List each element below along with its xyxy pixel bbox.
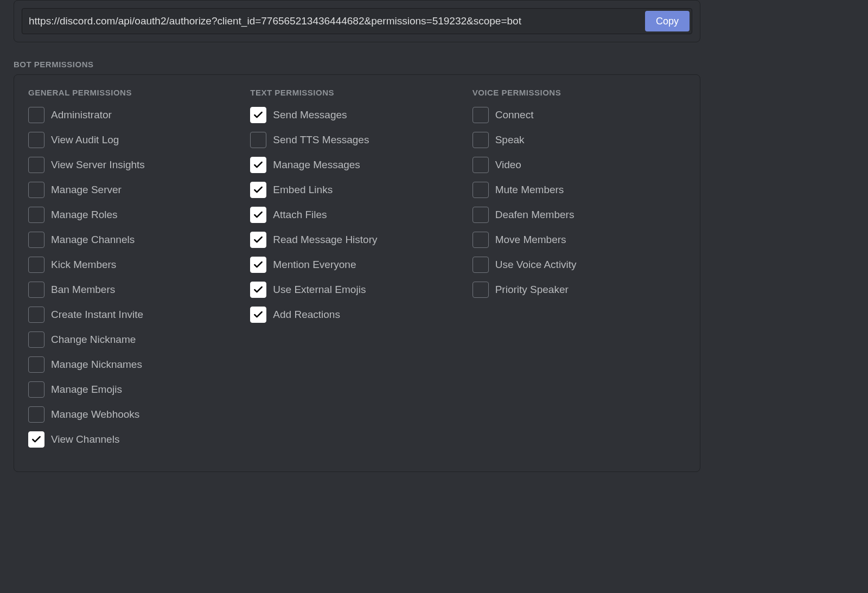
permission-label: Change Nickname: [51, 334, 136, 346]
permission-item[interactable]: Manage Channels: [28, 232, 241, 248]
bot-permissions-label: BOT PERMISSIONS: [14, 60, 714, 69]
permission-checkbox[interactable]: [473, 107, 489, 123]
permission-column-header: TEXT PERMISSIONS: [250, 88, 463, 97]
permission-checkbox[interactable]: [28, 232, 44, 248]
permission-item[interactable]: Change Nickname: [28, 331, 241, 348]
permission-label: Read Message History: [273, 234, 377, 246]
permission-label: Use External Emojis: [273, 284, 366, 296]
permission-item[interactable]: Add Reactions: [250, 307, 463, 323]
permission-label: Add Reactions: [273, 309, 340, 321]
permission-item[interactable]: Send Messages: [250, 107, 463, 123]
permission-item[interactable]: Use Voice Activity: [473, 257, 686, 273]
permission-item[interactable]: Connect: [473, 107, 686, 123]
permission-item[interactable]: Kick Members: [28, 257, 241, 273]
permission-item[interactable]: View Server Insights: [28, 157, 241, 173]
permission-checkbox[interactable]: [28, 307, 44, 323]
permission-label: Manage Emojis: [51, 384, 122, 396]
permission-label: Move Members: [495, 234, 566, 246]
permission-item[interactable]: Manage Messages: [250, 157, 463, 173]
permission-item[interactable]: Priority Speaker: [473, 282, 686, 298]
permission-item[interactable]: Manage Server: [28, 182, 241, 198]
permission-label: Manage Roles: [51, 209, 118, 221]
permission-item[interactable]: Ban Members: [28, 282, 241, 298]
permission-item[interactable]: Administrator: [28, 107, 241, 123]
permission-checkbox[interactable]: [28, 406, 44, 423]
permission-checkbox[interactable]: [28, 257, 44, 273]
permission-item[interactable]: View Audit Log: [28, 132, 241, 148]
permission-label: Use Voice Activity: [495, 259, 577, 271]
permission-label: View Channels: [51, 433, 119, 445]
permission-label: Manage Server: [51, 184, 122, 196]
permission-item[interactable]: Attach Files: [250, 207, 463, 223]
copy-button[interactable]: Copy: [645, 11, 690, 31]
permission-checkbox[interactable]: [28, 381, 44, 398]
permission-checkbox[interactable]: [473, 232, 489, 248]
permission-label: Attach Files: [273, 209, 327, 221]
permission-checkbox[interactable]: [28, 182, 44, 198]
permission-checkbox[interactable]: [473, 132, 489, 148]
permission-item[interactable]: Manage Webhooks: [28, 406, 241, 423]
permission-checkbox[interactable]: [250, 307, 266, 323]
permission-column: GENERAL PERMISSIONSAdministratorView Aud…: [28, 88, 241, 456]
permission-checkbox[interactable]: [250, 132, 266, 148]
url-container: Copy: [22, 8, 692, 34]
permission-checkbox[interactable]: [28, 282, 44, 298]
permission-checkbox[interactable]: [250, 107, 266, 123]
permission-label: Manage Nicknames: [51, 359, 142, 371]
permission-checkbox[interactable]: [473, 182, 489, 198]
permission-item[interactable]: Use External Emojis: [250, 282, 463, 298]
permission-checkbox[interactable]: [250, 257, 266, 273]
permission-label: Create Instant Invite: [51, 309, 143, 321]
permission-checkbox[interactable]: [28, 107, 44, 123]
permission-checkbox[interactable]: [250, 282, 266, 298]
permission-item[interactable]: Move Members: [473, 232, 686, 248]
permission-checkbox[interactable]: [28, 207, 44, 223]
permission-label: Deafen Members: [495, 209, 575, 221]
permission-item[interactable]: Video: [473, 157, 686, 173]
permission-column: VOICE PERMISSIONSConnectSpeakVideoMute M…: [473, 88, 686, 456]
permission-checkbox[interactable]: [28, 356, 44, 373]
permission-label: Embed Links: [273, 184, 333, 196]
permission-checkbox[interactable]: [250, 157, 266, 173]
permission-item[interactable]: Deafen Members: [473, 207, 686, 223]
permission-label: Mention Everyone: [273, 259, 356, 271]
permission-item[interactable]: Embed Links: [250, 182, 463, 198]
permission-label: Mute Members: [495, 184, 564, 196]
permission-label: Manage Webhooks: [51, 409, 139, 420]
permissions-grid: GENERAL PERMISSIONSAdministratorView Aud…: [28, 88, 686, 456]
permission-checkbox[interactable]: [250, 207, 266, 223]
permission-item[interactable]: Mute Members: [473, 182, 686, 198]
permission-item[interactable]: Create Instant Invite: [28, 307, 241, 323]
permission-checkbox[interactable]: [28, 157, 44, 173]
permission-column-header: VOICE PERMISSIONS: [473, 88, 686, 97]
permission-item[interactable]: Send TTS Messages: [250, 132, 463, 148]
permission-item[interactable]: Mention Everyone: [250, 257, 463, 273]
permission-item[interactable]: View Channels: [28, 431, 241, 448]
permission-column-header: GENERAL PERMISSIONS: [28, 88, 241, 97]
permission-label: Priority Speaker: [495, 284, 569, 296]
permission-checkbox[interactable]: [473, 257, 489, 273]
permission-checkbox[interactable]: [28, 431, 44, 448]
permission-item[interactable]: Manage Nicknames: [28, 356, 241, 373]
permission-label: Send Messages: [273, 109, 347, 121]
permission-label: Kick Members: [51, 259, 116, 271]
permission-label: Manage Messages: [273, 159, 360, 171]
permission-checkbox[interactable]: [473, 157, 489, 173]
permission-label: Video: [495, 159, 521, 171]
permission-column: TEXT PERMISSIONSSend MessagesSend TTS Me…: [250, 88, 463, 456]
permission-checkbox[interactable]: [473, 282, 489, 298]
permission-label: View Audit Log: [51, 134, 119, 146]
permission-item[interactable]: Manage Emojis: [28, 381, 241, 398]
permission-label: Send TTS Messages: [273, 134, 369, 146]
permission-checkbox[interactable]: [28, 331, 44, 348]
permission-item[interactable]: Read Message History: [250, 232, 463, 248]
url-section: Copy: [14, 0, 700, 42]
permission-checkbox[interactable]: [250, 232, 266, 248]
oauth-url-input[interactable]: [24, 11, 641, 31]
permission-item[interactable]: Manage Roles: [28, 207, 241, 223]
permission-checkbox[interactable]: [250, 182, 266, 198]
permission-checkbox[interactable]: [473, 207, 489, 223]
permission-checkbox[interactable]: [28, 132, 44, 148]
permission-item[interactable]: Speak: [473, 132, 686, 148]
permission-label: Speak: [495, 134, 525, 146]
